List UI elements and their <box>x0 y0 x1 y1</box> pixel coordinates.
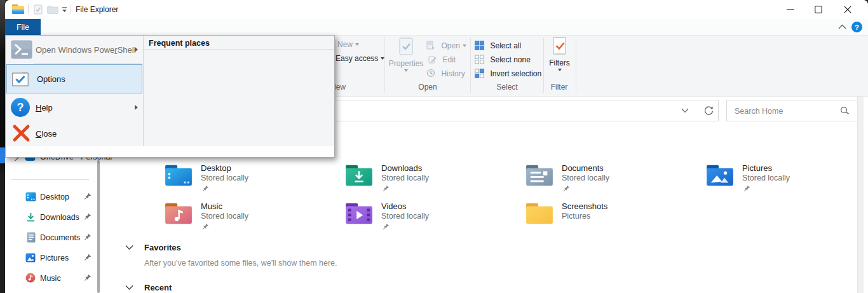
sidebar-item-documents[interactable]: Documents <box>5 230 107 247</box>
frequent-places-title: Frequent places <box>149 39 210 48</box>
file-explorer-window: File Explorer ? New Easy access New <box>5 0 868 293</box>
tile-subtitle: Stored locally <box>201 212 315 221</box>
menu-item-close[interactable]: Close <box>6 121 143 146</box>
desktop-folder-icon <box>164 163 193 187</box>
sidebar-item-label: Music <box>40 274 61 283</box>
titlebar-separator <box>28 4 29 14</box>
select-all-label: Select all <box>490 41 521 50</box>
home-tile-music[interactable]: Music Stored locally <box>164 201 193 228</box>
sidebar-scrollbar[interactable] <box>97 160 100 293</box>
pin-icon <box>743 185 750 192</box>
chevron-down-icon[interactable] <box>125 285 133 290</box>
home-tile-desktop[interactable]: Desktop Stored locally <box>164 163 193 190</box>
ribbon-properties-button[interactable]: Properties <box>386 37 426 72</box>
edit-icon <box>428 55 437 64</box>
menu-item-label: Help <box>36 103 53 112</box>
pin-icon <box>84 254 92 261</box>
pin-icon <box>84 213 92 221</box>
sidebar-item-pictures[interactable]: Pictures <box>5 250 107 267</box>
properties-label: Properties <box>386 59 426 68</box>
ribbon-group-label-filter: Filter <box>543 83 575 92</box>
qat-new-folder-icon[interactable] <box>47 6 58 14</box>
filters-label: Filters <box>542 58 577 67</box>
select-none-icon <box>475 55 484 64</box>
invert-selection-label: Invert selection <box>490 69 541 78</box>
titlebar-separator <box>71 4 71 14</box>
menu-item-open-powershell[interactable]: Open Windows PowerShell <box>6 37 143 62</box>
ribbon-history-button[interactable]: History <box>426 67 465 79</box>
menu-item-label: Options <box>37 74 65 84</box>
ribbon-select-none-button[interactable]: Select none <box>475 53 531 65</box>
window-title: File Explorer <box>76 5 118 14</box>
ribbon-edit-button[interactable]: Edit <box>428 53 456 65</box>
collapse-ribbon-icon[interactable] <box>838 24 846 29</box>
menu-item-help[interactable]: ? Help <box>6 94 143 121</box>
pin-icon <box>383 185 390 192</box>
tile-name: Downloads <box>381 163 496 173</box>
ribbon-filters-button[interactable]: Filters <box>542 37 577 71</box>
sidebar-item-downloads[interactable]: Downloads <box>5 210 107 226</box>
file-tab-label: File <box>17 23 29 32</box>
sidebar-separator <box>11 179 89 180</box>
documents-folder-icon <box>525 163 554 187</box>
home-tile-pictures[interactable]: Pictures Stored locally <box>705 163 735 190</box>
powershell-icon <box>11 40 32 59</box>
home-tile-videos[interactable]: Videos Stored locally <box>344 201 374 228</box>
section-favorites-header[interactable]: Favorites <box>125 243 570 254</box>
home-tile-screenshots[interactable]: Screenshots Pictures <box>525 201 554 228</box>
tile-subtitle: Stored locally <box>562 174 676 183</box>
properties-icon <box>398 37 414 57</box>
file-menu-tab[interactable]: File <box>5 19 41 35</box>
ribbon-open-button[interactable]: Open <box>426 39 466 51</box>
home-tile-documents[interactable]: Documents Stored locally <box>525 163 554 190</box>
pictures-folder-icon <box>705 163 735 187</box>
sidebar-item-label: Downloads <box>40 213 79 222</box>
tile-name: Pictures <box>742 163 857 173</box>
chevron-down-icon <box>558 69 562 71</box>
invert-selection-icon <box>475 69 484 78</box>
minimize-button[interactable] <box>778 0 803 19</box>
qat-customize-dropdown-icon[interactable] <box>61 6 68 13</box>
search-icon[interactable] <box>840 106 850 116</box>
home-tile-downloads[interactable]: Downloads Stored locally <box>344 163 374 190</box>
sidebar-item-music[interactable]: Music <box>5 271 107 287</box>
history-label: History <box>441 69 465 78</box>
main-scrollbar[interactable] <box>857 97 864 293</box>
ribbon-easy-access-button[interactable]: Easy access <box>336 54 384 63</box>
section-title: Favorites <box>144 243 181 252</box>
pictures-icon <box>25 253 36 262</box>
close-x-icon <box>12 124 31 142</box>
ribbon-invert-selection-button[interactable]: Invert selection <box>475 67 541 79</box>
close-icon <box>844 6 851 13</box>
maximize-button[interactable] <box>806 0 831 19</box>
history-icon <box>426 69 435 78</box>
address-dropdown-chevron-icon[interactable] <box>681 108 689 113</box>
menu-item-options[interactable]: Options <box>6 64 142 93</box>
ribbon-new-button[interactable]: New <box>337 40 359 49</box>
pin-icon <box>383 223 390 230</box>
ribbon-help-icon[interactable]: ? <box>851 22 862 32</box>
refresh-icon[interactable] <box>703 106 714 116</box>
submenu-arrow-icon <box>135 47 138 52</box>
select-none-label: Select none <box>490 55 530 64</box>
ribbon-tab-row: ? <box>5 19 868 36</box>
chevron-down-icon <box>404 69 408 72</box>
search-box[interactable] <box>726 100 862 121</box>
chevron-down-icon[interactable] <box>125 245 133 250</box>
menu-separator <box>34 63 142 64</box>
open-icon <box>426 41 435 50</box>
sidebar-item-desktop[interactable]: Desktop <box>5 189 107 206</box>
search-input[interactable] <box>733 101 844 121</box>
sidebar-item-label: Desktop <box>40 193 69 201</box>
ribbon-select-all-button[interactable]: Select all <box>475 39 521 51</box>
screenshots-folder-icon <box>525 201 554 226</box>
section-recent-header[interactable]: Recent <box>125 283 570 293</box>
maximize-icon <box>815 6 822 13</box>
menu-item-label: Open Windows PowerShell <box>36 45 136 55</box>
music-icon <box>25 273 36 283</box>
qat-properties-icon[interactable] <box>33 4 43 15</box>
tile-name: Desktop <box>201 163 315 173</box>
titlebar: File Explorer <box>5 0 868 19</box>
downloads-icon <box>26 212 36 222</box>
close-button[interactable] <box>835 0 860 19</box>
